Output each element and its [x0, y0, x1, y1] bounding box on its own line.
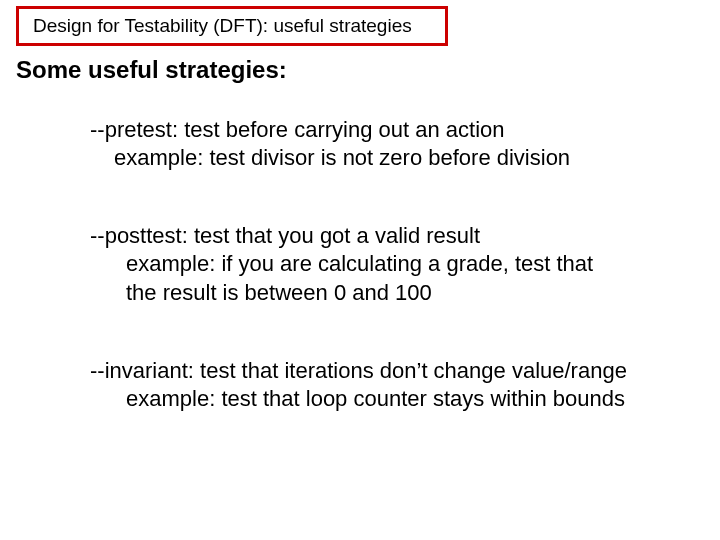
subheading: Some useful strategies: — [16, 56, 287, 84]
item-example: example: test that loop counter stays wi… — [90, 385, 670, 413]
item-example: example: test divisor is not zero before… — [90, 144, 670, 172]
item-head: --pretest: test before carrying out an a… — [90, 116, 670, 144]
list-item: --pretest: test before carrying out an a… — [90, 116, 670, 172]
list-item: --posttest: test that you got a valid re… — [90, 222, 670, 306]
slide: Design for Testability (DFT): useful str… — [0, 0, 720, 540]
slide-title-box: Design for Testability (DFT): useful str… — [16, 6, 448, 46]
item-example: the result is between 0 and 100 — [90, 279, 670, 307]
item-example: example: if you are calculating a grade,… — [90, 250, 670, 278]
slide-title: Design for Testability (DFT): useful str… — [33, 15, 412, 36]
item-head: --posttest: test that you got a valid re… — [90, 222, 670, 250]
body-text: --pretest: test before carrying out an a… — [90, 116, 670, 463]
list-item: --invariant: test that iterations don’t … — [90, 357, 670, 413]
item-head: --invariant: test that iterations don’t … — [90, 357, 670, 385]
